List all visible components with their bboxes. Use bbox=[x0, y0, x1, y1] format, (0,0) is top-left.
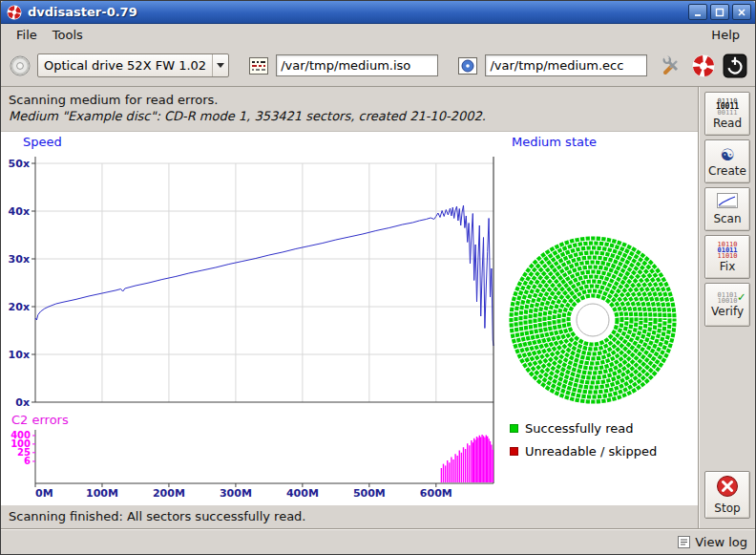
iso-path-input[interactable] bbox=[276, 54, 438, 76]
action-sidebar: 01110 10011 00111 Read ☯ Create bbox=[698, 87, 755, 528]
binary-verify-icon: 01101 10010 ✓ bbox=[717, 292, 737, 304]
log-icon bbox=[678, 536, 690, 548]
app-window: dvdisaster-0.79 File Tools Help bbox=[0, 0, 756, 555]
speed-chart-title: Speed bbox=[23, 135, 62, 149]
svg-text:20x: 20x bbox=[9, 301, 30, 313]
svg-text:600M: 600M bbox=[420, 487, 452, 500]
svg-text:500M: 500M bbox=[353, 487, 386, 500]
legend-label-unreadable: Unreadable / skipped bbox=[525, 444, 657, 459]
statusbar: View log bbox=[1, 528, 755, 554]
medium-state-title: Medium state bbox=[512, 135, 597, 149]
maximize-button[interactable] bbox=[710, 4, 729, 20]
chevron-down-icon bbox=[217, 63, 224, 68]
svg-text:30x: 30x bbox=[9, 253, 30, 266]
wrench-icon bbox=[661, 54, 683, 77]
dvdisaster-logo-button[interactable] bbox=[690, 52, 716, 80]
scan-button-label: Scan bbox=[713, 212, 741, 225]
scan-button[interactable]: Scan bbox=[704, 187, 750, 231]
drive-select-value: Optical drive 52X FW 1.02 bbox=[38, 58, 212, 73]
svg-text:200M: 200M bbox=[153, 487, 185, 500]
svg-text:40x: 40x bbox=[9, 205, 30, 218]
ecc-path-input[interactable] bbox=[485, 54, 647, 76]
status-info-line1: Scanning medium for read errors. bbox=[9, 92, 690, 108]
yin-yang-icon: ☯ bbox=[720, 146, 734, 163]
stop-icon bbox=[716, 475, 739, 501]
minimize-button[interactable] bbox=[688, 4, 707, 20]
view-log-label: View log bbox=[695, 535, 747, 549]
lifesaver-icon bbox=[691, 53, 716, 78]
toolbar: Optical drive 52X FW 1.02 bbox=[1, 45, 755, 87]
binary-fix-icon: 10110 01011 11010 bbox=[717, 242, 737, 259]
scan-result-text: Scanning finished: All sectors successfu… bbox=[1, 505, 698, 528]
ecc-file-icon bbox=[456, 53, 479, 78]
status-info: Scanning medium for read errors. Medium … bbox=[1, 87, 698, 131]
window-title: dvdisaster-0.79 bbox=[28, 5, 137, 19]
create-button[interactable]: ☯ Create bbox=[704, 139, 750, 183]
stop-button-label: Stop bbox=[714, 502, 740, 515]
read-button-label: Read bbox=[713, 117, 742, 130]
svg-text:10x: 10x bbox=[9, 349, 30, 361]
menu-file[interactable]: File bbox=[9, 26, 45, 44]
cd-drive-icon bbox=[9, 53, 32, 78]
menubar: File Tools Help bbox=[1, 24, 755, 45]
binary-read-icon: 01110 10011 00111 bbox=[716, 98, 739, 116]
menu-help[interactable]: Help bbox=[704, 26, 747, 44]
read-button[interactable]: 01110 10011 00111 Read bbox=[704, 92, 750, 136]
svg-text:50x: 50x bbox=[9, 158, 30, 170]
svg-text:0x: 0x bbox=[15, 396, 30, 409]
verify-button[interactable]: 01101 10010 ✓ Verify bbox=[704, 283, 750, 327]
chart-area: 0x10x20x30x40x50x6251004000M100M200M300M… bbox=[1, 131, 698, 505]
svg-text:0M: 0M bbox=[35, 487, 53, 500]
legend-swatch-red bbox=[510, 447, 518, 456]
svg-text:400M: 400M bbox=[286, 487, 319, 500]
fix-button-label: Fix bbox=[720, 260, 735, 273]
power-icon bbox=[723, 53, 747, 78]
menu-tools[interactable]: Tools bbox=[45, 26, 91, 44]
legend-swatch-green bbox=[510, 424, 518, 433]
drive-select[interactable]: Optical drive 52X FW 1.02 bbox=[37, 53, 229, 77]
create-button-label: Create bbox=[708, 164, 746, 178]
quit-button[interactable] bbox=[722, 52, 747, 80]
drive-select-arrow[interactable] bbox=[212, 54, 228, 76]
svg-text:300M: 300M bbox=[220, 487, 252, 500]
c2-errors-chart-title: C2 errors bbox=[11, 413, 69, 427]
app-logo-icon bbox=[7, 5, 22, 20]
status-info-line2: Medium "Example disc": CD-R mode 1, 3534… bbox=[9, 108, 690, 124]
preferences-button[interactable] bbox=[659, 52, 684, 80]
legend-item-unreadable: Unreadable / skipped bbox=[510, 444, 657, 459]
svg-text:400: 400 bbox=[10, 430, 31, 440]
scan-chart-icon bbox=[717, 193, 738, 211]
check-icon: ✓ bbox=[738, 294, 746, 300]
view-log-button[interactable]: View log bbox=[678, 535, 747, 549]
fix-button[interactable]: 10110 01011 11010 Fix bbox=[704, 235, 750, 279]
legend-item-success: Successfully read bbox=[510, 421, 633, 436]
svg-text:100M: 100M bbox=[86, 487, 118, 500]
titlebar: dvdisaster-0.79 bbox=[1, 1, 755, 24]
stop-button[interactable]: Stop bbox=[704, 471, 750, 519]
verify-button-label: Verify bbox=[711, 305, 744, 318]
close-button[interactable] bbox=[732, 4, 751, 20]
iso-file-icon bbox=[247, 53, 270, 78]
legend-label-success: Successfully read bbox=[525, 421, 633, 436]
